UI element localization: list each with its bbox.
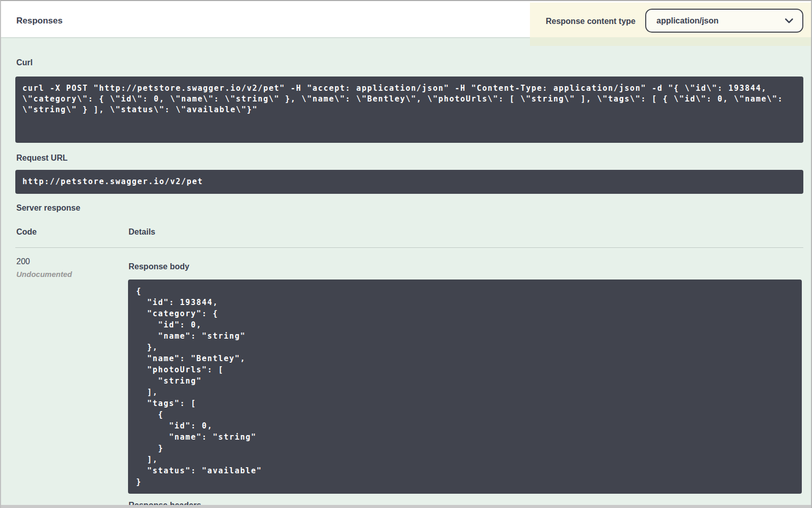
request-url-label: Request URL	[16, 154, 67, 163]
response-undocumented-note: Undocumented	[16, 270, 72, 278]
code-column-header: Code	[16, 227, 37, 237]
server-response-title: Server response	[16, 204, 80, 213]
chevron-down-icon	[785, 18, 793, 23]
details-column-header: Details	[129, 227, 155, 237]
responses-title: Responses	[16, 16, 63, 26]
response-content-type-select[interactable]: application/json	[645, 9, 803, 33]
responses-section: Responses Response content type applicat…	[0, 0, 812, 508]
response-body-json[interactable]: { "id": 193844, "category": { "id": 0, "…	[128, 280, 802, 494]
content-type-highlight-overflow	[530, 37, 812, 46]
table-header-divider	[15, 247, 803, 248]
response-panel: Curl curl -X POST "http://petstore.swagg…	[1, 37, 811, 508]
responses-header-bar: Responses Response content type applicat…	[1, 1, 811, 37]
response-content-type-value: application/json	[656, 16, 785, 26]
curl-label: Curl	[16, 58, 33, 67]
request-url-value: http://petstore.swagger.io/v2/pet	[15, 170, 803, 194]
response-content-type-label: Response content type	[546, 17, 636, 26]
response-code: 200	[16, 257, 30, 266]
window-bottom-edge	[1, 505, 811, 508]
response-body-label: Response body	[129, 262, 189, 271]
curl-command[interactable]: curl -X POST "http://petstore.swagger.io…	[15, 77, 803, 143]
